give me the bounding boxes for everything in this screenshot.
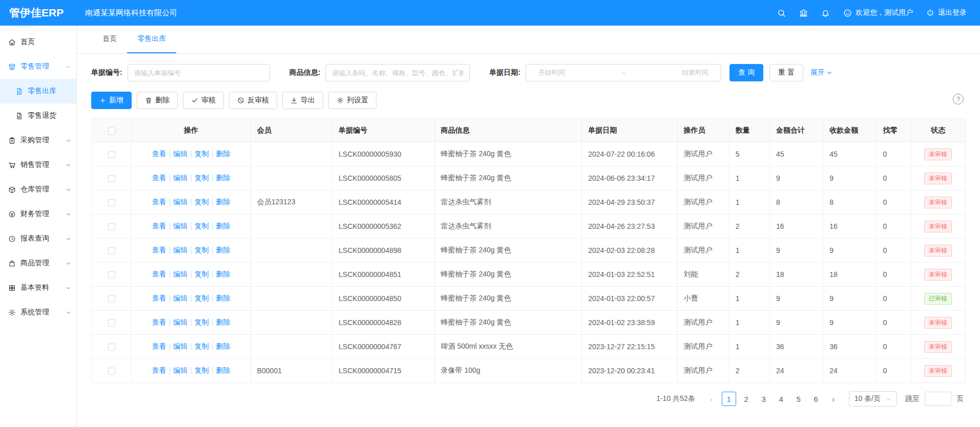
- action-copy-link[interactable]: 复制: [195, 318, 209, 326]
- user-welcome[interactable]: 欢迎您，测试用户: [843, 8, 913, 17]
- action-view-link[interactable]: 查看: [152, 246, 166, 254]
- page-button-4[interactable]: 4: [774, 392, 788, 406]
- action-edit-link[interactable]: 编辑: [173, 342, 187, 350]
- action-view-link[interactable]: 查看: [152, 174, 166, 182]
- action-view-link[interactable]: 查看: [152, 366, 166, 374]
- row-checkbox[interactable]: [108, 271, 115, 279]
- action-copy-link[interactable]: 复制: [195, 246, 209, 254]
- action-edit-link[interactable]: 编辑: [173, 150, 187, 158]
- cart-icon: [8, 161, 16, 169]
- action-delete-link[interactable]: 删除: [216, 198, 230, 206]
- row-checkbox[interactable]: [108, 151, 115, 158]
- action-copy-link[interactable]: 复制: [195, 270, 209, 278]
- page-button-2[interactable]: 2: [739, 392, 754, 406]
- action-copy-link[interactable]: 复制: [195, 366, 209, 374]
- action-edit-link[interactable]: 编辑: [173, 270, 187, 278]
- action-view-link[interactable]: 查看: [152, 198, 166, 206]
- logout-button[interactable]: 退出登录: [926, 8, 967, 17]
- action-copy-link[interactable]: 复制: [195, 198, 209, 206]
- date-range-input[interactable]: 开始时间 ~ 结束时间: [526, 64, 721, 81]
- action-delete-link[interactable]: 删除: [216, 318, 230, 326]
- sidebar-item-purchase-management[interactable]: 采购管理: [0, 128, 76, 153]
- action-edit-link[interactable]: 编辑: [173, 222, 187, 230]
- action-edit-link[interactable]: 编辑: [173, 366, 187, 374]
- reset-button[interactable]: 重 置: [769, 64, 803, 81]
- search-icon[interactable]: [777, 9, 786, 17]
- action-delete-link[interactable]: 删除: [216, 366, 230, 374]
- sidebar-item-retail-return[interactable]: 零售退货: [0, 103, 76, 128]
- action-copy-link[interactable]: 复制: [195, 174, 209, 182]
- tab-home[interactable]: 首页: [92, 26, 127, 53]
- action-delete-link[interactable]: 删除: [216, 222, 230, 230]
- prev-page-button[interactable]: ‹: [704, 392, 719, 406]
- action-edit-link[interactable]: 编辑: [173, 246, 187, 254]
- select-all-checkbox[interactable]: [108, 127, 115, 135]
- row-select-cell: [92, 190, 132, 215]
- goods-input[interactable]: [325, 64, 470, 81]
- sidebar-item-home[interactable]: 首页: [0, 30, 76, 54]
- action-view-link[interactable]: 查看: [152, 294, 166, 302]
- action-delete-link[interactable]: 删除: [216, 150, 230, 158]
- row-checkbox[interactable]: [108, 247, 115, 254]
- sidebar-item-report-query[interactable]: 报表查询: [0, 226, 76, 251]
- action-edit-link[interactable]: 编辑: [173, 198, 187, 206]
- action-copy-link[interactable]: 复制: [195, 342, 209, 350]
- row-checkbox[interactable]: [108, 175, 115, 182]
- next-page-button[interactable]: ›: [826, 392, 841, 406]
- export-button[interactable]: 导出: [282, 92, 323, 109]
- action-view-link[interactable]: 查看: [152, 150, 166, 158]
- sidebar-item-basic-data[interactable]: 基本资料: [0, 275, 76, 300]
- row-checkbox[interactable]: [108, 344, 115, 351]
- page-button-1[interactable]: 1: [722, 392, 736, 406]
- audit-button[interactable]: 审核: [183, 92, 224, 109]
- page-button-6[interactable]: 6: [809, 392, 823, 406]
- action-delete-link[interactable]: 删除: [216, 270, 230, 278]
- row-checkbox[interactable]: [108, 199, 115, 206]
- action-edit-link[interactable]: 编辑: [173, 318, 187, 326]
- row-checkbox[interactable]: [108, 368, 115, 375]
- column-settings-button[interactable]: 列设置: [328, 92, 377, 109]
- action-delete-link[interactable]: 删除: [216, 174, 230, 182]
- date-separator: ~: [621, 69, 625, 77]
- action-view-link[interactable]: 查看: [152, 318, 166, 326]
- sidebar-item-finance-management[interactable]: 财务管理: [0, 202, 76, 226]
- action-view-link[interactable]: 查看: [152, 270, 166, 278]
- jump-page-input[interactable]: [925, 392, 951, 406]
- action-copy-link[interactable]: 复制: [195, 294, 209, 302]
- action-copy-link[interactable]: 复制: [195, 150, 209, 158]
- page-button-3[interactable]: 3: [757, 392, 771, 406]
- action-delete-link[interactable]: 删除: [216, 342, 230, 350]
- sidebar-item-sales-management[interactable]: 销售管理: [0, 153, 76, 177]
- sidebar-item-system-management[interactable]: 系统管理: [0, 300, 76, 325]
- action-view-link[interactable]: 查看: [152, 222, 166, 230]
- expand-link[interactable]: 展开: [810, 68, 832, 77]
- action-edit-link[interactable]: 编辑: [173, 174, 187, 182]
- add-button[interactable]: 新增: [91, 92, 132, 109]
- row-checkbox[interactable]: [108, 319, 115, 327]
- start-date-placeholder[interactable]: 开始时间: [538, 68, 565, 77]
- page-button-5[interactable]: 5: [791, 392, 806, 406]
- search-button[interactable]: 查 询: [729, 64, 763, 81]
- unaudit-button[interactable]: 反审核: [229, 92, 277, 109]
- page-size-select[interactable]: 10 条/页: [849, 391, 897, 407]
- sidebar-item-warehouse-management[interactable]: 仓库管理: [0, 177, 76, 202]
- sidebar-item-goods-management[interactable]: 商品管理: [0, 251, 76, 275]
- action-view-link[interactable]: 查看: [152, 342, 166, 350]
- action-copy-link[interactable]: 复制: [195, 222, 209, 230]
- main-content: 首页 零售出库 单据编号: 商品信息: 单据日期: 开始时间 ~ 结束时间 查 …: [77, 26, 980, 427]
- row-checkbox[interactable]: [108, 223, 115, 230]
- building-icon[interactable]: [799, 9, 808, 17]
- action-delete-link[interactable]: 删除: [216, 294, 230, 302]
- action-edit-link[interactable]: 编辑: [173, 294, 187, 302]
- help-icon[interactable]: ?: [953, 94, 964, 104]
- row-checkbox[interactable]: [108, 295, 115, 303]
- chevron-down-icon: [66, 187, 71, 193]
- end-date-placeholder[interactable]: 结束时间: [682, 68, 708, 77]
- action-delete-link[interactable]: 删除: [216, 246, 230, 254]
- sidebar-item-retail-outbound[interactable]: 零售出库: [0, 79, 76, 103]
- tab-retail-outbound[interactable]: 零售出库: [127, 26, 176, 53]
- bill-no-input[interactable]: [128, 64, 270, 81]
- delete-button[interactable]: 删除: [137, 92, 178, 109]
- bell-icon[interactable]: [821, 9, 830, 17]
- sidebar-item-retail-management[interactable]: 零售管理: [0, 54, 76, 79]
